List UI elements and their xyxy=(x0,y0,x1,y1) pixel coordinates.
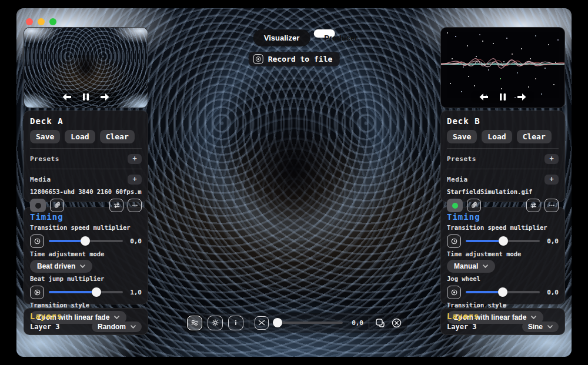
deck-b-title: Deck B xyxy=(447,116,559,126)
load-button[interactable]: Load xyxy=(65,130,95,143)
more-options-button[interactable] xyxy=(128,199,142,212)
speed-slider[interactable] xyxy=(466,236,540,246)
divider xyxy=(447,148,559,149)
speed-slider[interactable] xyxy=(49,236,123,246)
beat-jump-label: Beat jump multiplier xyxy=(30,275,142,282)
previous-button[interactable] xyxy=(479,93,488,101)
window-controls xyxy=(26,18,56,25)
toolbar-divider xyxy=(249,317,249,328)
deck-b-column: Deck B Save Load Clear Presets + Media +… xyxy=(440,27,565,335)
jog-wheel-icon[interactable] xyxy=(447,286,461,299)
slider-knob[interactable] xyxy=(92,287,101,297)
slider-knob[interactable] xyxy=(273,318,282,327)
deck-a-column: Deck A Save Load Clear Presets + Media +… xyxy=(24,27,148,335)
add-preset-button[interactable]: + xyxy=(128,154,142,164)
deck-a-actions: Save Load Clear xyxy=(30,130,142,143)
info-button[interactable] xyxy=(228,316,243,330)
deck-a-transport xyxy=(54,91,118,103)
crossfade-icon xyxy=(255,316,269,330)
swap-media-button[interactable] xyxy=(526,199,540,212)
beat-jump-icon[interactable] xyxy=(30,286,44,299)
divider xyxy=(30,169,142,169)
screen: Visualizer Producer Record to file xyxy=(0,0,588,365)
chevron-down-icon xyxy=(80,264,85,268)
layer-mode-select[interactable]: Sine xyxy=(522,322,559,332)
save-button[interactable]: Save xyxy=(30,130,60,143)
next-button[interactable] xyxy=(101,93,109,101)
time-mode-label: Time adjustment mode xyxy=(30,250,142,257)
slider-knob[interactable] xyxy=(499,236,508,246)
speed-multiplier-label: Transition speed multiplier xyxy=(447,224,559,231)
tab-producer[interactable]: Producer xyxy=(313,29,335,38)
link-media-button[interactable] xyxy=(50,199,64,212)
save-button[interactable]: Save xyxy=(447,130,477,143)
timing-heading: Timing xyxy=(30,212,142,222)
slider-knob[interactable] xyxy=(81,236,90,246)
slider-knob[interactable] xyxy=(498,287,507,297)
close-window-button[interactable] xyxy=(26,18,33,25)
time-mode-select[interactable]: Manual xyxy=(447,260,495,273)
minimize-window-button[interactable] xyxy=(38,18,45,25)
chevron-down-icon xyxy=(547,325,553,329)
speed-icon[interactable] xyxy=(30,235,44,248)
chevron-down-icon xyxy=(483,264,488,268)
zoom-window-button[interactable] xyxy=(49,18,56,25)
deck-a-title: Deck A xyxy=(30,116,142,126)
media-active-indicator[interactable] xyxy=(447,199,463,212)
add-media-button[interactable]: + xyxy=(544,175,559,185)
add-preset-button[interactable]: + xyxy=(544,154,559,164)
previous-button[interactable] xyxy=(62,93,71,101)
presets-label: Presets xyxy=(447,155,476,163)
presets-label: Presets xyxy=(30,155,59,163)
media-filename: StarfieldSimulation.gif xyxy=(447,188,559,195)
pause-button[interactable] xyxy=(83,93,89,101)
bottom-toolbar: 0,0 xyxy=(182,313,407,333)
layer-label: Layer 3 xyxy=(447,323,477,331)
crossfade-value: 0,0 xyxy=(348,319,363,327)
app-window: Visualizer Producer Record to file xyxy=(16,8,572,357)
clear-button[interactable]: Clear xyxy=(517,130,552,143)
chevron-down-icon xyxy=(131,325,136,329)
layer-label: Layer 3 xyxy=(30,323,60,331)
more-options-button[interactable] xyxy=(544,199,559,212)
time-mode-label: Time adjustment mode xyxy=(447,250,559,257)
jog-wheel-slider[interactable] xyxy=(466,287,540,297)
deck-b-preview xyxy=(440,27,565,108)
divider xyxy=(447,169,559,169)
toolbar-divider xyxy=(369,317,369,328)
waves-effect-button[interactable] xyxy=(187,316,202,330)
beat-jump-slider[interactable] xyxy=(49,287,123,297)
deck-b-transport xyxy=(471,91,534,103)
deck-a-preview xyxy=(24,27,148,108)
speed-icon[interactable] xyxy=(447,235,461,248)
speed-value: 0,0 xyxy=(128,237,142,245)
load-button[interactable]: Load xyxy=(482,130,512,143)
deck-a-timing-panel: Timing Transition speed multiplier 0,0 T… xyxy=(24,207,148,304)
time-mode-select[interactable]: Beat driven xyxy=(30,260,92,273)
duplicate-button[interactable] xyxy=(375,317,386,329)
record-button-label: Record to file xyxy=(268,55,333,63)
jog-wheel-label: Jog wheel xyxy=(447,275,559,282)
settings-gear-button[interactable] xyxy=(208,316,223,330)
media-label: Media xyxy=(30,176,51,183)
beat-jump-value: 1,0 xyxy=(128,289,142,296)
crossfade-slider[interactable] xyxy=(274,318,343,327)
pause-button[interactable] xyxy=(500,93,506,101)
swap-media-button[interactable] xyxy=(109,199,123,212)
timing-heading: Timing xyxy=(447,212,559,222)
add-media-button[interactable]: + xyxy=(128,175,142,185)
media-label: Media xyxy=(447,176,468,183)
close-output-button[interactable] xyxy=(391,317,402,329)
tab-visualizer[interactable]: Visualizer xyxy=(253,29,310,46)
speed-multiplier-label: Transition speed multiplier xyxy=(30,224,142,231)
chevron-down-icon xyxy=(114,316,119,319)
divider xyxy=(30,148,142,149)
clear-button[interactable]: Clear xyxy=(100,130,135,143)
next-button[interactable] xyxy=(517,93,526,101)
layer-mode-select[interactable]: Random xyxy=(92,322,142,332)
record-to-file-button[interactable]: Record to file xyxy=(249,52,340,66)
link-media-button[interactable] xyxy=(467,199,481,212)
deck-a-panel: Deck A Save Load Clear Presets + Media +… xyxy=(24,110,148,202)
media-active-indicator[interactable] xyxy=(30,199,46,212)
mode-tabs: Visualizer Producer xyxy=(253,29,335,46)
